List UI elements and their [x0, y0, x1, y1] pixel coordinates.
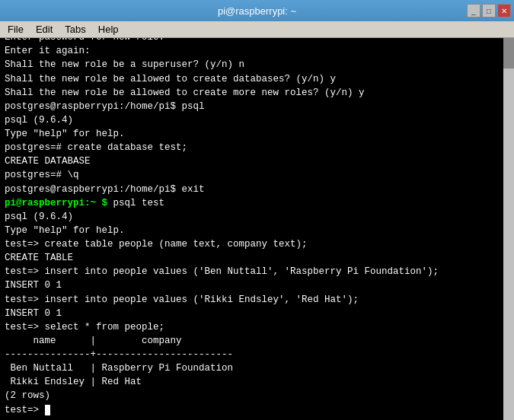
- terminal-line: Ben Nuttall | Raspberry Pi Foundation: [5, 361, 499, 375]
- terminal-line: (2 rows): [5, 389, 499, 402]
- terminal-cursor: [45, 405, 51, 415]
- window-controls[interactable]: _ □ ✕: [467, 0, 511, 21]
- terminal-line: name | company: [5, 334, 499, 348]
- terminal-line: INSERT 0 1: [5, 307, 499, 320]
- terminal-line: test=> create table people (name text, c…: [5, 237, 499, 251]
- terminal-line: test=> insert into people values ('Ben N…: [5, 265, 499, 278]
- menu-edit[interactable]: Edit: [31, 22, 57, 37]
- window-title: pi@raspberrypi: ~: [218, 5, 296, 17]
- terminal-line: CREATE DATABASE: [5, 154, 499, 168]
- terminal-line: INSERT 0 1: [5, 278, 499, 292]
- scrollbar[interactable]: [503, 38, 514, 420]
- terminal-line: Rikki Endsley | Red Hat: [5, 375, 499, 389]
- terminal-line: Enter it again:: [5, 44, 499, 58]
- terminal-wrapper: postgres@raspberrypi:/home/pi$ createuse…: [0, 38, 514, 420]
- terminal-line: Shall the new role be allowed to create …: [5, 72, 499, 86]
- terminal-line: test=> insert into people values ('Rikki…: [5, 293, 499, 307]
- terminal-line: postgres@raspberrypi:/home/pi$ psql: [5, 100, 499, 113]
- terminal-line: test=>: [5, 403, 499, 417]
- terminal-line: ---------------+------------------------: [5, 348, 499, 361]
- terminal-output[interactable]: postgres@raspberrypi:/home/pi$ createuse…: [0, 38, 503, 420]
- title-bar: pi@raspberrypi: ~ _ □ ✕: [0, 0, 514, 21]
- scrollbar-thumb[interactable]: [503, 38, 514, 68]
- menu-file[interactable]: File: [3, 22, 28, 37]
- terminal-line: pi@raspberrypi:~ $ psql test: [5, 196, 499, 210]
- maximize-button[interactable]: □: [482, 4, 496, 18]
- menu-bar: File Edit Tabs Help: [0, 21, 514, 38]
- terminal-line: Type "help" for help.: [5, 127, 499, 141]
- terminal-line: postgres@raspberrypi:/home/pi$ exit: [5, 183, 499, 196]
- terminal-line: test=> select * from people;: [5, 320, 499, 334]
- terminal-line: psql (9.6.4): [5, 113, 499, 127]
- terminal-line: psql (9.6.4): [5, 210, 499, 224]
- terminal-line: Shall the new role be a superuser? (y/n)…: [5, 58, 499, 72]
- menu-help[interactable]: Help: [94, 22, 123, 37]
- terminal-line: CREATE TABLE: [5, 251, 499, 265]
- close-button[interactable]: ✕: [497, 4, 511, 18]
- terminal-line: Type "help" for help.: [5, 224, 499, 237]
- menu-tabs[interactable]: Tabs: [60, 22, 90, 37]
- terminal-line: Enter password for new role:: [5, 38, 499, 44]
- terminal-line: Shall the new role be allowed to create …: [5, 86, 499, 100]
- terminal-line: postgres=# \q: [5, 168, 499, 182]
- terminal-line: postgres=# create database test;: [5, 141, 499, 154]
- minimize-button[interactable]: _: [467, 4, 480, 18]
